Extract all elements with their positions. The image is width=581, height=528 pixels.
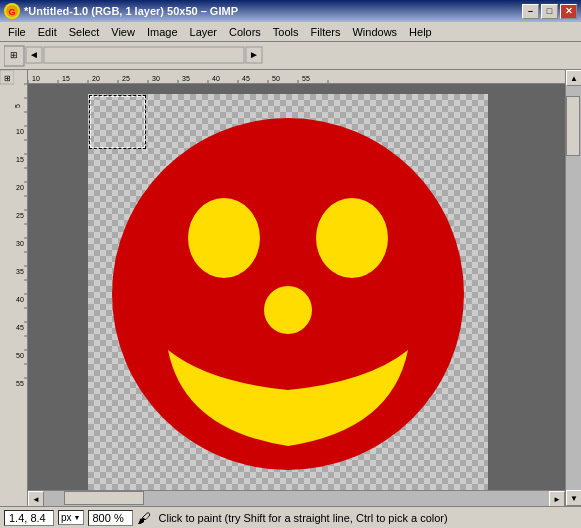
menu-tools[interactable]: Tools bbox=[267, 24, 305, 40]
scroll-horizontal-track[interactable] bbox=[44, 491, 549, 506]
canvas-wrapper: 10 15 20 25 30 35 40 45 50 55 bbox=[28, 70, 565, 506]
svg-rect-9 bbox=[0, 70, 14, 506]
svg-rect-46 bbox=[28, 70, 548, 84]
svg-text:40: 40 bbox=[212, 75, 220, 82]
scroll-vertical-track[interactable] bbox=[566, 86, 581, 490]
main-area: ⊞ 5 10 15 20 25 bbox=[0, 70, 581, 506]
svg-text:35: 35 bbox=[182, 75, 190, 82]
close-button[interactable]: ✕ bbox=[560, 4, 577, 19]
svg-point-69 bbox=[188, 198, 260, 278]
menu-layer[interactable]: Layer bbox=[184, 24, 224, 40]
svg-text:40: 40 bbox=[16, 296, 24, 303]
zoom-display: 800 % bbox=[88, 510, 133, 526]
svg-point-70 bbox=[316, 198, 388, 278]
svg-text:25: 25 bbox=[122, 75, 130, 82]
menu-view[interactable]: View bbox=[105, 24, 141, 40]
scroll-up-button[interactable]: ▲ bbox=[566, 70, 581, 86]
toolbox: ⊞ bbox=[0, 70, 14, 506]
svg-text:25: 25 bbox=[16, 212, 24, 219]
svg-text:45: 45 bbox=[16, 324, 24, 331]
gimp-icon: G bbox=[4, 3, 20, 19]
left-panel: ⊞ 5 10 15 20 25 bbox=[0, 70, 28, 506]
svg-text:30: 30 bbox=[152, 75, 160, 82]
unit-text: px bbox=[61, 512, 72, 523]
coordinate-display: 1.4, 8.4 bbox=[4, 510, 54, 526]
menu-filters[interactable]: Filters bbox=[305, 24, 347, 40]
svg-text:5: 5 bbox=[14, 104, 21, 108]
svg-text:15: 15 bbox=[62, 75, 70, 82]
paint-tool-icon: 🖌 bbox=[137, 510, 151, 526]
ruler-horizontal: 10 15 20 25 30 35 40 45 50 55 bbox=[28, 70, 565, 84]
smiley-image bbox=[88, 94, 488, 490]
menu-select[interactable]: Select bbox=[63, 24, 106, 40]
svg-text:45: 45 bbox=[242, 75, 250, 82]
svg-text:⊞: ⊞ bbox=[4, 74, 11, 83]
svg-text:50: 50 bbox=[272, 75, 280, 82]
svg-text:55: 55 bbox=[16, 380, 24, 387]
menu-help[interactable]: Help bbox=[403, 24, 438, 40]
canvas-scroll[interactable] bbox=[28, 84, 565, 490]
status-bar: 1.4, 8.4 px ▼ 800 % 🖌 Click to paint (tr… bbox=[0, 506, 581, 528]
svg-text:50: 50 bbox=[16, 352, 24, 359]
status-message: Click to paint (try Shift for a straight… bbox=[155, 511, 578, 525]
menu-windows[interactable]: Windows bbox=[346, 24, 403, 40]
unit-selector[interactable]: px ▼ bbox=[58, 510, 84, 525]
title-bar-left: G *Untitled-1.0 (RGB, 1 layer) 50x50 – G… bbox=[4, 3, 238, 19]
scroll-down-button[interactable]: ▼ bbox=[566, 490, 581, 506]
ruler-vertical: 5 10 15 20 25 30 35 bbox=[14, 70, 28, 506]
svg-text:35: 35 bbox=[16, 268, 24, 275]
toolbar-content: ⊞ ◄ ► bbox=[4, 44, 484, 68]
svg-point-71 bbox=[264, 286, 312, 334]
minimize-button[interactable]: – bbox=[522, 4, 539, 19]
window-title: *Untitled-1.0 (RGB, 1 layer) 50x50 – GIM… bbox=[24, 5, 238, 17]
svg-text:55: 55 bbox=[302, 75, 310, 82]
title-buttons[interactable]: – □ ✕ bbox=[522, 4, 577, 19]
svg-rect-12 bbox=[14, 70, 28, 506]
svg-text:►: ► bbox=[249, 49, 259, 60]
svg-text:⊞: ⊞ bbox=[10, 50, 18, 60]
scroll-right-button[interactable]: ► bbox=[549, 491, 565, 506]
menu-colors[interactable]: Colors bbox=[223, 24, 267, 40]
image-canvas bbox=[88, 94, 488, 490]
unit-dropdown-arrow[interactable]: ▼ bbox=[74, 514, 81, 521]
menu-image[interactable]: Image bbox=[141, 24, 184, 40]
svg-text:10: 10 bbox=[16, 128, 24, 135]
svg-text:20: 20 bbox=[92, 75, 100, 82]
menu-bar: File Edit Select View Image Layer Colors… bbox=[0, 22, 581, 42]
svg-text:G: G bbox=[8, 7, 15, 17]
svg-text:15: 15 bbox=[16, 156, 24, 163]
menu-file[interactable]: File bbox=[2, 24, 32, 40]
scroll-left-button[interactable]: ◄ bbox=[28, 491, 44, 506]
vertical-scrollbar[interactable]: ▲ ▼ bbox=[565, 70, 581, 506]
title-bar: G *Untitled-1.0 (RGB, 1 layer) 50x50 – G… bbox=[0, 0, 581, 22]
toolbar: ⊞ ◄ ► bbox=[0, 42, 581, 70]
svg-text:30: 30 bbox=[16, 240, 24, 247]
svg-rect-6 bbox=[44, 47, 244, 63]
menu-edit[interactable]: Edit bbox=[32, 24, 63, 40]
maximize-button[interactable]: □ bbox=[541, 4, 558, 19]
svg-text:20: 20 bbox=[16, 184, 24, 191]
svg-text:10: 10 bbox=[32, 75, 40, 82]
svg-text:◄: ◄ bbox=[29, 49, 39, 60]
horizontal-scrollbar[interactable]: ◄ ► bbox=[28, 490, 565, 506]
